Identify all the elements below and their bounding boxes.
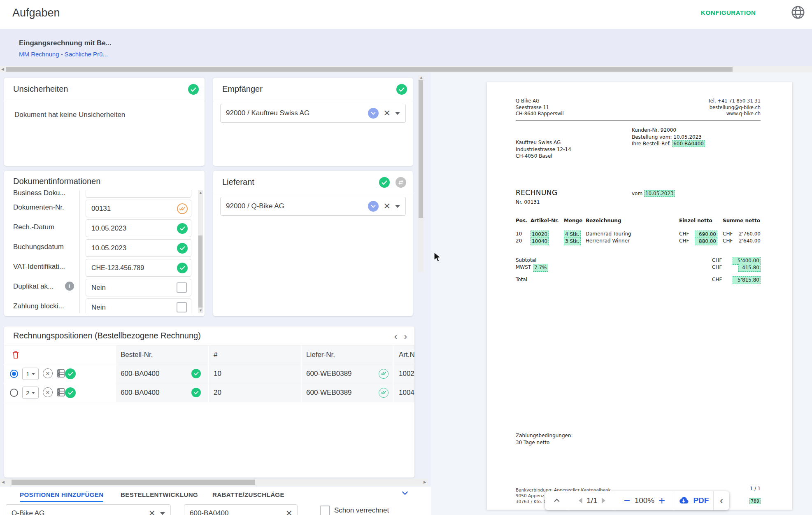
unlink-icon[interactable]: ✕ (43, 368, 53, 378)
col-header: Pos. (516, 217, 528, 224)
unlink-icon[interactable]: ✕ (43, 387, 53, 397)
check-badge-icon (177, 223, 188, 234)
swap-icon[interactable] (396, 177, 406, 188)
document-viewer-toolbar: 1/1 − 100% + PDF ‹ (545, 491, 729, 510)
chevron-down-icon[interactable] (368, 201, 379, 212)
caret-down-icon[interactable] (160, 512, 165, 515)
panel-vertical-scrollbar[interactable]: ▲ (418, 75, 423, 272)
double-check-icon (379, 369, 389, 379)
card-vertical-scrollbar[interactable]: ▲ ▼ (198, 190, 203, 313)
toolbar-chevron-left-icon[interactable]: ‹ (714, 491, 729, 510)
table-row[interactable]: 1 ✕ 600-BA0400 10 600-WEB0389 (4, 364, 414, 383)
row-index-select[interactable]: 2 (22, 387, 39, 399)
chevron-right-icon[interactable]: › (404, 331, 407, 342)
highlighted-vat-amount[interactable]: 415.80 (738, 264, 761, 272)
tab-rabatte-zuschlaege[interactable]: RABATTE/ZUSCHLÄGE (212, 487, 284, 502)
close-icon[interactable]: ✕ (148, 508, 156, 515)
bottom-horizontal-scrollbar[interactable]: ◀ ▶ (0, 479, 428, 486)
highlighted-vat-rate[interactable]: 7.7% (533, 264, 548, 272)
trash-icon[interactable] (12, 350, 20, 361)
caret-down-icon[interactable] (395, 112, 400, 115)
buchungsdatum-field[interactable]: 10.05.2023 (86, 239, 191, 257)
scroll-down-icon[interactable]: ▼ (199, 309, 202, 312)
previous-page-icon[interactable] (579, 498, 582, 503)
highlighted-date[interactable]: 10.05.2023 (644, 190, 675, 197)
business-dokument-field[interactable] (86, 190, 191, 198)
chevron-left-icon[interactable]: ‹ (394, 331, 397, 342)
page-indicator: 1 / 1 (750, 486, 761, 492)
konfiguration-link[interactable]: KONFIGURATION (701, 9, 756, 16)
check-badge-icon (177, 263, 188, 273)
next-page-icon[interactable] (602, 498, 605, 503)
col-header: Summe netto (723, 217, 760, 224)
top-horizontal-scrollbar[interactable]: ◀ (0, 66, 812, 72)
schon-verrechnet-checkbox[interactable] (320, 506, 330, 515)
highlighted-unit-price[interactable]: 880.00 (695, 238, 717, 245)
collapse-toolbar-button[interactable] (545, 491, 569, 510)
highlighted-total[interactable]: 5'815.80 (733, 276, 761, 284)
lieferant-select[interactable]: 92000 / Q-Bike AG ✕ (220, 197, 406, 216)
scroll-left-icon[interactable]: ◀ (2, 480, 5, 484)
form-lieferant-select[interactable]: Q-Bike AG ✕ (6, 504, 171, 515)
zoom-out-icon[interactable]: − (624, 495, 631, 506)
dokumentinformationen-scroll-area: Business Doku... Dokumenten-Nr. 00131 Re… (4, 190, 197, 313)
close-icon[interactable]: ✕ (383, 108, 391, 118)
field-label: Dokumenten-Nr. (13, 203, 80, 212)
check-badge-icon (396, 84, 407, 95)
tab-bestellentwicklung[interactable]: BESTELLENTWICKLUNG (121, 487, 198, 502)
highlighted-order-ref[interactable]: 600-BA0400 (672, 140, 705, 147)
dokumenten-nr-field[interactable]: 00131 (86, 200, 191, 217)
scroll-left-icon[interactable]: ◀ (1, 68, 4, 71)
scrollbar-thumb[interactable] (198, 235, 202, 308)
empfaenger-title: Empfänger (222, 84, 263, 94)
rech-datum-field[interactable]: 10.05.2023 (86, 219, 191, 237)
field-label: Zahlung blocki... (13, 302, 80, 310)
scrollbar-thumb[interactable] (419, 80, 423, 218)
highlighted-subtotal[interactable]: 5'400.00 (733, 257, 761, 265)
vat-identifikation-field[interactable]: CHE-123.456.789 (86, 259, 191, 277)
highlighted-article[interactable]: 10020 (530, 231, 549, 238)
scroll-up-icon[interactable]: ▲ (199, 191, 202, 195)
rechnungspositionen-card: Rechnungspositionen (Bestellbezogene Rec… (4, 326, 414, 478)
scroll-up-icon[interactable]: ▲ (419, 76, 423, 79)
empfaenger-select[interactable]: 92000 / Kauftreu Swiss AG ✕ (220, 104, 406, 123)
highlighted-vat-id-fragment[interactable]: 789 (749, 498, 761, 504)
field-label: Rech.-Datum (13, 223, 80, 231)
duplikat-field[interactable]: Nein (86, 279, 191, 296)
row-radio-selected[interactable] (10, 370, 18, 378)
column-header: Bestell-Nr. (116, 351, 153, 359)
col-header: Bezeichnung (586, 217, 621, 224)
bestell-ref: Ihre Bestell-Ref. 600-BA0400 (632, 140, 705, 147)
zahlung-blockiert-field[interactable]: Nein (86, 298, 191, 313)
tab-positionen-hinzufuegen[interactable]: POSITIONEN HINZUFÜGEN (20, 487, 103, 502)
zahlung-checkbox[interactable] (177, 302, 187, 312)
highlighted-quantity[interactable]: 4 Stk. (564, 231, 581, 238)
scrollbar-thumb[interactable] (12, 480, 255, 485)
scroll-right-icon[interactable]: ▶ (423, 480, 426, 484)
supplier-line: Q-Bike AG (516, 98, 564, 105)
globe-icon[interactable] (790, 5, 806, 22)
highlighted-article[interactable]: 10040 (530, 238, 549, 245)
pdf-download-button[interactable]: PDF (674, 491, 714, 510)
highlighted-quantity[interactable]: 3 Stk. (564, 238, 581, 245)
collapse-chevron-down-icon[interactable] (400, 488, 409, 499)
table-row[interactable]: 2 ✕ 600-BA0400 20 600-WEB0389 (4, 383, 414, 402)
column-header: Art.N (394, 351, 414, 359)
row-radio[interactable] (10, 389, 18, 397)
zoom-in-icon[interactable]: + (658, 495, 665, 506)
table-icon[interactable] (57, 369, 65, 380)
table-icon[interactable] (57, 388, 65, 398)
row-index-select[interactable]: 1 (22, 368, 39, 380)
task-subtitle-link[interactable]: MM Rechnung - Sachliche Prü... (19, 51, 108, 58)
highlighted-unit-price[interactable]: 690.00 (695, 231, 717, 238)
duplikat-checkbox[interactable] (177, 282, 187, 293)
chevron-down-icon[interactable] (368, 108, 379, 119)
close-icon[interactable]: ✕ (285, 508, 293, 515)
info-icon[interactable]: i (65, 282, 74, 291)
page-navigation: 1/1 (586, 496, 597, 505)
close-icon[interactable]: ✕ (383, 201, 391, 211)
check-badge-icon (379, 177, 390, 188)
form-bestell-input[interactable]: 600-BA0400 ✕ (184, 504, 298, 515)
scrollbar-thumb[interactable] (6, 67, 733, 72)
caret-down-icon[interactable] (395, 205, 400, 208)
